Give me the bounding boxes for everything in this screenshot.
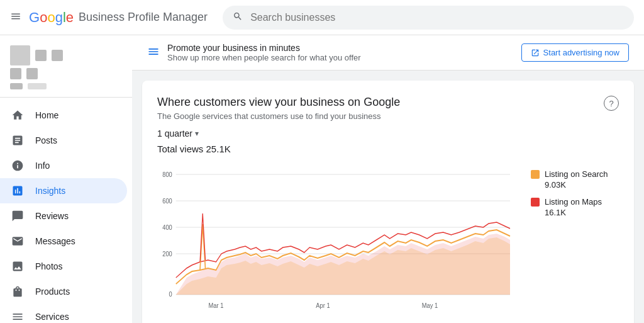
sidebar-item-posts[interactable]: Posts [0,128,127,153]
chart-svg: 800 600 400 200 0 [157,164,521,315]
svg-text:800: 800 [162,171,172,178]
avatar [10,45,30,65]
svg-text:Mar 1: Mar 1 [209,302,224,309]
chart-legend: Listing on Search 9.03K Listing on Maps … [531,164,619,317]
services-icon [10,309,25,323]
sidebar-item-home[interactable]: Home [0,103,127,128]
promo-title: Promote your business in minutes [167,43,361,53]
card-header: Where customers view your business on Go… [157,96,619,121]
legend-dot-maps [531,198,540,207]
biz-detail-block2 [28,83,47,89]
start-advertising-button[interactable]: Start advertising now [521,43,629,62]
info-icon [10,158,25,173]
legend-label-search: Listing on Search [545,169,608,179]
card-header-text: Where customers view your business on Go… [157,96,400,121]
content-area: Promote your business in minutes Show up… [132,35,644,323]
main-layout: Home Posts Info Insights Reviews [0,35,644,323]
legend-item-search: Listing on Search 9.03K [531,169,619,190]
quarter-selector[interactable]: 1 quarter ▾ [157,128,199,139]
home-icon [10,108,25,123]
sidebar-label-photos: Photos [35,261,63,271]
chart-area: 800 600 400 200 0 [157,164,521,317]
total-views: Total views 25.1K [157,144,619,154]
products-icon [10,284,25,299]
sidebar-label-messages: Messages [35,236,75,246]
biz-detail-block [10,83,23,89]
svg-text:May 1: May 1 [422,302,438,309]
sidebar-item-messages[interactable]: Messages [0,229,127,254]
card-subtitle: The Google services that customers use t… [157,111,400,121]
sidebar-label-posts: Posts [35,135,57,145]
promo-icon [147,45,160,60]
sidebar-item-photos[interactable]: Photos [0,254,127,279]
svg-text:600: 600 [162,197,172,205]
promo-cta-label: Start advertising now [543,48,619,57]
legend-dot-search [531,170,540,179]
insights-help-icon[interactable]: ? [604,96,619,111]
avatar-small-3 [10,68,21,79]
chart-container: 800 600 400 200 0 [157,164,619,317]
sidebar-label-products: Products [35,286,70,297]
promo-banner: Promote your business in minutes Show up… [132,35,644,71]
dropdown-arrow-icon: ▾ [195,129,199,138]
avatar-small-4 [26,68,38,79]
sidebar-label-reviews: Reviews [35,211,69,221]
svg-text:400: 400 [162,224,172,231]
reviews-icon [10,208,25,224]
google-logo: Google [29,9,74,26]
insights-card: Where customers view your business on Go… [142,81,634,323]
sidebar-label-info: Info [35,161,50,171]
avatar-small-2 [52,50,63,61]
insights-icon [10,183,25,198]
business-card [0,40,132,98]
photos-icon [10,259,25,274]
search-icon [233,11,243,24]
promo-subtitle: Show up more when people search for what… [167,53,361,62]
svg-text:200: 200 [162,250,172,258]
sidebar-label-home: Home [35,110,58,120]
sidebar-item-insights[interactable]: Insights [0,178,127,203]
card-title: Where customers view your business on Go… [157,96,400,109]
avatar-small-1 [35,50,47,61]
sidebar-item-services[interactable]: Services [0,304,127,323]
search-input[interactable] [250,12,624,23]
sidebar: Home Posts Info Insights Reviews [0,35,132,323]
legend-label-maps: Listing on Maps [545,197,602,207]
legend-item-maps: Listing on Maps 16.1K [531,197,619,217]
svg-text:Apr 1: Apr 1 [316,302,330,309]
posts-icon [10,133,25,148]
quarter-label: 1 quarter [157,128,192,139]
sidebar-item-products[interactable]: Products [0,279,127,304]
messages-icon [10,234,25,249]
legend-value-search: 9.03K [545,180,619,190]
legend-value-maps: 16.1K [545,208,619,217]
topbar: Google Business Profile Manager [0,0,644,35]
svg-text:0: 0 [169,290,172,298]
menu-icon[interactable] [10,11,21,24]
promo-text: Promote your business in minutes Show up… [167,43,361,62]
sidebar-item-info[interactable]: Info [0,153,127,178]
sidebar-label-insights: Insights [35,186,65,196]
app-title: Business Profile Manager [79,11,208,24]
sidebar-item-reviews[interactable]: Reviews [0,203,127,229]
sidebar-label-services: Services [35,312,69,322]
search-bar[interactable] [223,6,634,30]
